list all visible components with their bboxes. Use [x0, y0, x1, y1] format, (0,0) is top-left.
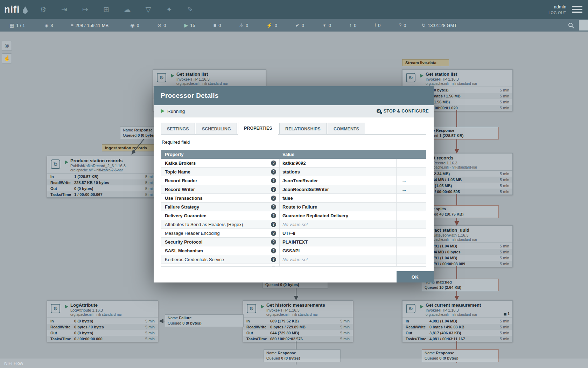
current-user: admin — [548, 4, 566, 10]
processor-name: LogAttribute — [70, 302, 158, 308]
processor-name: Get historic measurements — [266, 302, 353, 308]
property-row-sasl-mechanism[interactable]: SASL Mechanism? GSSAPI — [161, 246, 426, 255]
processor-type: PublishKafkaRecord_2_6 1.16.3 — [70, 163, 158, 168]
remote-process-group-toolbar-icon[interactable]: ☁ — [121, 4, 133, 15]
disabled-icon: ⚡ — [266, 22, 272, 28]
sync-failure-icon: ? — [399, 22, 401, 28]
processor-details-dialog: Processor Details Running ⚙ STOP & CONFI… — [154, 86, 434, 282]
output-port-toolbar-icon[interactable]: ↦ — [79, 4, 91, 15]
property-row-delivery-guarantee[interactable]: Delivery Guarantee? Guarantee Replicated… — [161, 211, 426, 220]
status-sync-failure: ?0 — [399, 22, 406, 28]
go-to-service-arrow[interactable]: → — [397, 178, 407, 184]
template-toolbar-icon[interactable]: ✦ — [163, 4, 175, 15]
refresh-status[interactable]: ↻13:01:28 GMT — [421, 22, 457, 28]
status-stale: ↑0 — [349, 22, 356, 28]
processor-bundle: org.apache.nifi - nifi-standard-nar — [426, 313, 512, 317]
stopped-icon: ■ — [214, 22, 216, 28]
dialog-tabs: SETTINGS SCHEDULING PROPERTIES RELATIONS… — [161, 122, 426, 135]
help-icon[interactable]: ? — [271, 204, 276, 210]
cluster-icon: ▦ — [9, 22, 14, 28]
processor-log-attribute[interactable]: ↻ LogAttribute LogAttribute 1.16.3 org.a… — [47, 300, 158, 342]
flow-status-bar: ▦1 / 1 ◈3 ≡208 / 159.11 MB ◉0 ⊘0 ▶15 ■0 … — [0, 19, 588, 32]
help-icon[interactable]: ? — [271, 222, 276, 227]
property-row-message-header-encoding[interactable]: Message Header Encoding? UTF-8 — [161, 229, 426, 238]
property-row-failure-strategy[interactable]: Failure Strategy? Route to Failure — [161, 203, 426, 211]
processor-bundle: org.apache.nifi - nifi-standard-nar — [266, 313, 353, 317]
property-row-use-transactions[interactable]: Use Transactions? false — [161, 194, 426, 203]
property-row-record-reader[interactable]: Record Reader? JsonTreeReader → — [161, 176, 426, 185]
status-invalid: ⚠0 — [239, 22, 248, 28]
global-menu-icon[interactable] — [572, 5, 582, 14]
tab-properties[interactable]: PROPERTIES — [238, 122, 278, 135]
property-row-attributes-headers[interactable]: Attributes to Send as Headers (Regex)? N… — [161, 220, 426, 229]
operate-palette-button[interactable]: ☝ — [2, 53, 12, 63]
property-row-record-writer[interactable]: Record Writer? JsonRecordSetWriter → — [161, 185, 426, 194]
ok-button[interactable]: OK — [397, 271, 434, 282]
processor-type: InvokeHTTP 1.16.3 — [426, 308, 512, 313]
property-row-security-protocol[interactable]: Security Protocol? PLAINTEXT — [161, 238, 426, 246]
tab-comments[interactable]: COMMENTS — [328, 123, 365, 135]
nifi-app: nifi ⚙ ⇥ ↦ ⊞ ☁ ▽ ✦ ✎ admin LOG OUT ▦1 / … — [0, 0, 588, 368]
tab-settings[interactable]: SETTINGS — [161, 123, 195, 135]
processor-get-current-measurement[interactable]: ↻ Get current measurement InvokeHTTP 1.1… — [402, 300, 513, 342]
status-queued: ≡208 / 159.11 MB — [71, 22, 109, 28]
go-to-service-arrow[interactable]: → — [397, 186, 407, 192]
processor-type-icon: ↻ — [247, 304, 256, 313]
search-button[interactable] — [568, 22, 574, 28]
gear-icon: ⚙ — [376, 108, 382, 114]
help-icon[interactable]: ? — [271, 239, 276, 245]
help-icon[interactable]: ? — [271, 257, 276, 262]
property-row-kerberos-credentials-service[interactable]: Kerberos Credentials Service? No value s… — [161, 255, 426, 264]
run-status-text: Running — [167, 109, 185, 114]
status-disabled: ⚡0 — [266, 22, 277, 28]
status-locally-modified: ∗0 — [322, 22, 331, 28]
property-row-topic-name[interactable]: Topic Name? stations — [161, 168, 426, 176]
status-running: ▶15 — [184, 22, 195, 28]
dialog-header: Processor Details — [154, 86, 434, 105]
input-port-toolbar-icon[interactable]: ⇥ — [58, 4, 70, 15]
help-icon[interactable]: ? — [271, 196, 276, 201]
property-row-kafka-brokers[interactable]: Kafka Brokers? kafka:9092 — [161, 159, 426, 168]
invalid-icon: ⚠ — [239, 22, 244, 28]
processor-toolbar-icon[interactable]: ⚙ — [37, 4, 49, 15]
processor-type-icon: ↻ — [51, 159, 60, 169]
process-group-toolbar-icon[interactable]: ⊞ — [100, 4, 112, 15]
help-icon[interactable]: ? — [271, 161, 276, 166]
processor-type-icon: ↻ — [406, 73, 415, 82]
last-refresh-time: 13:01:28 GMT — [428, 23, 457, 28]
active-thread-count: ▦1 — [504, 312, 510, 316]
breadcrumb-root: NiFi Flow — [4, 361, 23, 366]
processor-bundle: org.apache.nifi - nifi-standard-nar — [426, 238, 512, 242]
not-transmitting-icon: ⊘ — [158, 22, 162, 28]
processor-bundle: org.apache.nifi - nifi-standard-nar — [426, 82, 512, 86]
help-icon[interactable]: ? — [271, 178, 276, 183]
processor-bundle: org.apache.nifi - nifi-standard-nar — [426, 165, 512, 170]
processor-produce-station-records[interactable]: ↻ Produce station records PublishKafkaRe… — [47, 156, 158, 198]
logout-link[interactable]: LOG OUT — [548, 10, 566, 15]
stop-and-configure-button[interactable]: ⚙ STOP & CONFIGURE — [376, 108, 429, 114]
connection-label-failure-to-logattribute[interactable]: Name Failure Queued 0 (0 bytes) — [165, 314, 244, 327]
right-panel-handle[interactable] — [579, 20, 588, 30]
help-icon[interactable]: ? — [271, 213, 276, 218]
canvas-label-ingest-station-records[interactable]: Ingest station records — [102, 144, 158, 151]
stop-and-configure-label: STOP & CONFIGURE — [384, 109, 429, 114]
processor-get-historic-measurements[interactable]: ↻ Get historic measurements InvokeHTTP 1… — [243, 300, 353, 342]
nifi-logo-text: nifi — [4, 4, 20, 15]
breadcrumb[interactable]: NiFi Flow — [0, 359, 588, 368]
user-area: admin LOG OUT — [548, 4, 566, 15]
canvas-label-stream-live-data[interactable]: Stream live-data — [402, 59, 449, 66]
funnel-toolbar-icon[interactable]: ▽ — [142, 4, 154, 15]
processor-stats: In689 (179.52 KB)5 min Read/Write0 bytes… — [243, 318, 353, 342]
label-toolbar-icon[interactable]: ✎ — [184, 4, 196, 15]
navigate-palette-button[interactable]: ◎ — [2, 41, 12, 51]
property-row-kerberos-service-name[interactable]: Kerberos Service Name? No value set — [161, 264, 426, 267]
help-icon[interactable]: ? — [271, 187, 276, 192]
help-icon[interactable]: ? — [271, 169, 276, 175]
help-icon[interactable]: ? — [271, 231, 276, 236]
processor-type: LogAttribute 1.16.3 — [70, 308, 158, 313]
help-icon[interactable]: ? — [271, 266, 276, 267]
tab-relationships[interactable]: RELATIONSHIPS — [279, 123, 326, 135]
processor-bundle: org.apache.nifi - nifi-standard-nar — [70, 313, 158, 317]
tab-scheduling[interactable]: SCHEDULING — [196, 123, 237, 135]
help-icon[interactable]: ? — [271, 248, 276, 253]
